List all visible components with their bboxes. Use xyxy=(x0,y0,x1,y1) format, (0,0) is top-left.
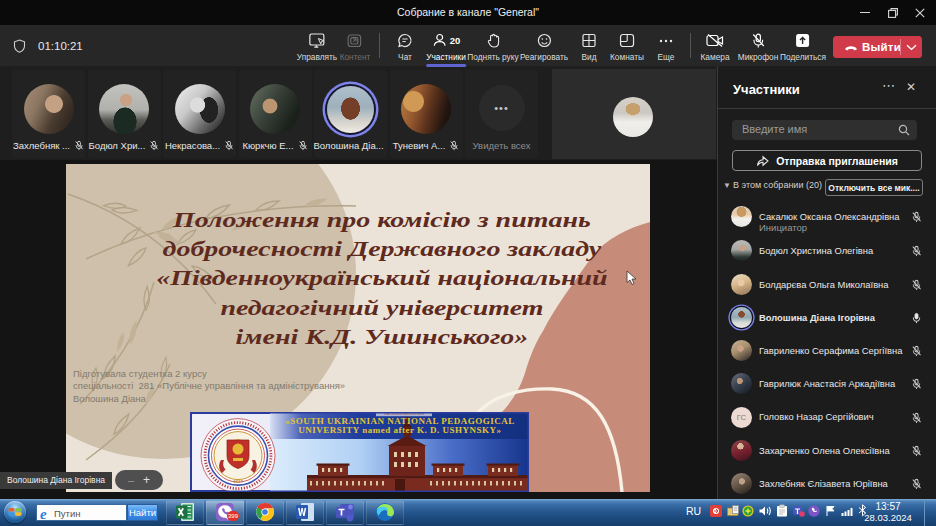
svg-text:1817: 1817 xyxy=(233,479,244,484)
svg-text:UNIVERSITY named after K. D. U: UNIVERSITY named after K. D. USHYNSKY» xyxy=(298,426,501,436)
